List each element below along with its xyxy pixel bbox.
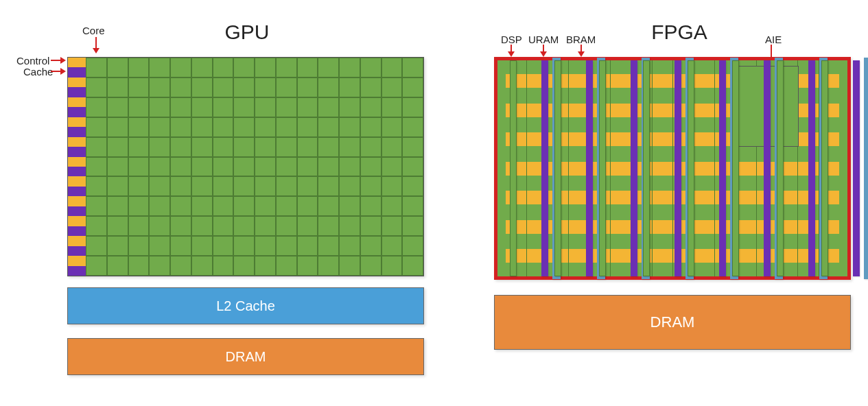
- gpu-core-cell: [382, 256, 403, 276]
- gpu-control-cell: [68, 58, 86, 67]
- gpu-core-cell: [86, 137, 107, 157]
- gpu-core-cell: [128, 117, 150, 137]
- gpu-core-cell: [382, 196, 403, 216]
- gpu-control-cell: [68, 236, 86, 246]
- gpu-core-cell: [255, 157, 276, 177]
- fpga-fabric: [497, 60, 847, 276]
- fpga-clb-col-border: [526, 60, 527, 276]
- gpu-core-cell: [297, 77, 318, 97]
- gpu-core-cell: [213, 256, 234, 276]
- gpu-cache-cell: [68, 226, 86, 236]
- gpu-core-cell: [191, 216, 213, 236]
- gpu-core-cell: [382, 157, 403, 177]
- fpga-clb-col-border: [652, 60, 653, 276]
- gpu-cache-cell: [68, 266, 86, 276]
- gpu-core-cell: [360, 77, 382, 97]
- gpu-control-cell: [68, 196, 86, 206]
- gpu-core-cell: [339, 58, 360, 77]
- gpu-core-cell: [255, 97, 276, 117]
- gpu-core-cell: [149, 176, 170, 196]
- gpu-core-cell: [233, 196, 255, 216]
- fpga-bram-stripe: [864, 58, 868, 279]
- gpu-core-cell: [149, 117, 170, 137]
- gpu-core-cell: [402, 157, 423, 177]
- gpu-core-cell: [86, 236, 107, 256]
- gpu-cache-cell: [68, 87, 86, 97]
- gpu-core-cell: [170, 236, 191, 256]
- fpga-uram-stripe: [808, 60, 815, 276]
- gpu-control-cell: [68, 117, 86, 127]
- gpu-core-cell: [255, 77, 276, 97]
- gpu-core-cell: [233, 216, 255, 236]
- gpu-core-cell: [86, 157, 107, 177]
- gpu-control-cell: [68, 157, 86, 167]
- gpu-core-cell: [191, 157, 213, 177]
- gpu-core-cell: [297, 256, 318, 276]
- gpu-core-cell: [255, 256, 276, 276]
- gpu-control-arrow-icon: [51, 56, 67, 64]
- gpu-core-cell: [107, 117, 128, 137]
- gpu-core-cell: [128, 216, 150, 236]
- gpu-core-cell: [297, 176, 318, 196]
- gpu-core-cell: [339, 196, 360, 216]
- fpga-dsp-arrow-icon: [506, 45, 516, 58]
- gpu-core-cell: [360, 196, 382, 216]
- gpu-core-cell: [149, 157, 170, 177]
- gpu-core-cell: [276, 236, 297, 256]
- gpu-cache-arrow-icon: [51, 67, 67, 75]
- gpu-core-cell: [382, 58, 403, 77]
- gpu-core-cell: [128, 236, 150, 256]
- fpga-dsp-stripe: [643, 60, 650, 276]
- gpu-core-cell: [382, 216, 403, 236]
- fpga-die: [494, 57, 851, 280]
- gpu-core-label: Core: [82, 25, 105, 36]
- gpu-core-cell: [213, 137, 234, 157]
- fpga-dsp-stripe: [821, 60, 828, 276]
- gpu-cache-cell: [68, 246, 86, 256]
- gpu-core-cell: [402, 117, 423, 137]
- gpu-dram: DRAM: [67, 338, 424, 375]
- gpu-core-cell: [86, 97, 107, 117]
- gpu-core-cell: [86, 216, 107, 236]
- gpu-core-cell: [128, 58, 150, 77]
- gpu-core-cell: [360, 117, 382, 137]
- gpu-core-cell: [86, 196, 107, 216]
- gpu-control-cell: [68, 216, 86, 226]
- gpu-core-cell: [170, 117, 191, 137]
- gpu-core-cell: [128, 137, 150, 157]
- gpu-cache-cell: [68, 206, 86, 216]
- gpu-core-cell: [339, 256, 360, 276]
- gpu-core-cell: [128, 196, 150, 216]
- fpga-aie-label: AIE: [765, 34, 782, 45]
- gpu-core-arrow-icon: [91, 37, 101, 55]
- gpu-core-cell: [213, 157, 234, 177]
- gpu-core-cell: [213, 216, 234, 236]
- fpga-bram-arrow-icon: [576, 45, 586, 58]
- gpu-core-cell: [402, 196, 423, 216]
- svg-marker-7: [508, 51, 515, 57]
- gpu-core-cell: [170, 196, 191, 216]
- gpu-core-cell: [360, 97, 382, 117]
- gpu-core-cell: [402, 176, 423, 196]
- gpu-core-cell: [149, 77, 170, 97]
- gpu-core-cell: [402, 137, 423, 157]
- gpu-cache-cell: [68, 127, 86, 136]
- fpga-dsp-stripe: [599, 60, 606, 276]
- gpu-core-cell: [86, 176, 107, 196]
- gpu-core-cell: [86, 117, 107, 137]
- gpu-core-cell: [382, 236, 403, 256]
- gpu-core-cell: [233, 157, 255, 177]
- gpu-core-cell: [402, 77, 423, 97]
- gpu-core-cell: [191, 236, 213, 256]
- gpu-core-cell: [233, 117, 255, 137]
- gpu-core-cell: [213, 176, 234, 196]
- gpu-core-cell: [360, 157, 382, 177]
- gpu-core-cell: [191, 137, 213, 157]
- fpga-dram: DRAM: [494, 295, 851, 350]
- gpu-core-cell: [339, 97, 360, 117]
- gpu-core-cell: [297, 196, 318, 216]
- gpu-core-cell: [233, 97, 255, 117]
- gpu-control-cell: [68, 97, 86, 107]
- gpu-core-cell: [107, 97, 128, 117]
- gpu-core-cell: [382, 137, 403, 157]
